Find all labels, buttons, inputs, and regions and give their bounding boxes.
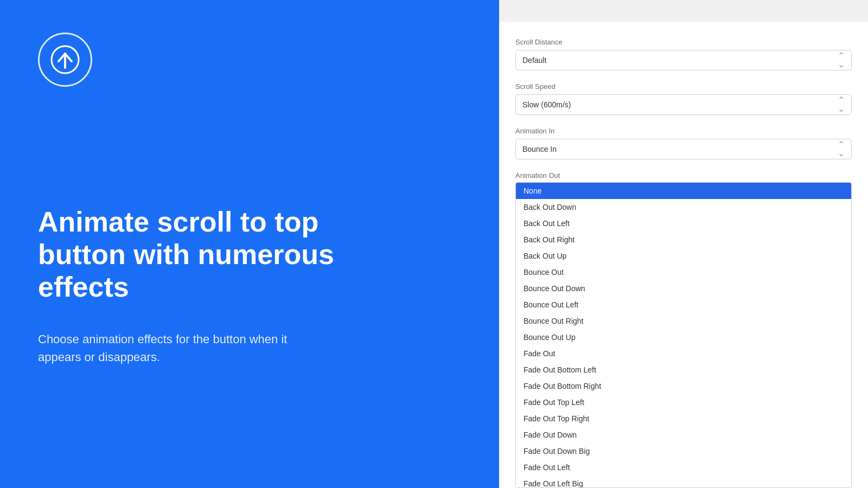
list-item[interactable]: Back Out Down: [516, 199, 851, 215]
list-item[interactable]: Bounce Out Down: [516, 280, 851, 297]
right-panel: Scroll Distance Default 200px 400px 600p…: [499, 0, 868, 488]
logo: [38, 33, 92, 87]
animation-out-list[interactable]: NoneBack Out DownBack Out LeftBack Out R…: [515, 182, 852, 488]
scroll-speed-select[interactable]: Slow (600m/s) Normal (400m/s) Fast (200m…: [516, 95, 851, 114]
logo-icon: [50, 45, 80, 74]
animation-in-select-wrapper[interactable]: None Bounce In Fade In Slide In ⌃⌄: [515, 139, 852, 159]
list-item[interactable]: Bounce Out: [516, 264, 851, 280]
list-item[interactable]: Fade Out Bottom Left: [516, 362, 851, 378]
list-item[interactable]: Bounce Out Left: [516, 297, 851, 313]
list-item[interactable]: Back Out Right: [516, 232, 851, 248]
scroll-speed-label: Scroll Speed: [515, 82, 852, 91]
list-item[interactable]: Bounce Out Right: [516, 313, 851, 329]
scroll-distance-group: Scroll Distance Default 200px 400px 600p…: [515, 38, 852, 70]
animation-out-label: Animation Out: [515, 171, 852, 179]
scroll-speed-group: Scroll Speed Slow (600m/s) Normal (400m/…: [515, 82, 852, 115]
list-item[interactable]: Bounce Out Up: [516, 329, 851, 345]
list-item[interactable]: Fade Out Bottom Right: [516, 378, 851, 394]
list-item[interactable]: Fade Out: [516, 345, 851, 362]
animation-in-select[interactable]: None Bounce In Fade In Slide In: [516, 139, 851, 159]
animation-in-label: Animation In: [515, 127, 852, 135]
hero-title: Animate scroll to top button with numero…: [38, 206, 353, 303]
list-item[interactable]: Fade Out Left: [516, 459, 851, 476]
animation-out-section: Animation Out NoneBack Out DownBack Out …: [515, 171, 852, 488]
settings-container: Scroll Distance Default 200px 400px 600p…: [499, 22, 868, 488]
list-item[interactable]: Fade Out Top Left: [516, 394, 851, 410]
scroll-distance-label: Scroll Distance: [515, 38, 852, 46]
list-item[interactable]: Fade Out Down: [516, 427, 851, 443]
animation-in-group: Animation In None Bounce In Fade In Slid…: [515, 127, 852, 159]
list-item[interactable]: Fade Out Top Right: [516, 410, 851, 427]
list-item[interactable]: Back Out Left: [516, 215, 851, 232]
left-panel: Animate scroll to top button with numero…: [0, 0, 499, 488]
list-item[interactable]: Fade Out Down Big: [516, 443, 851, 459]
scroll-distance-select-wrapper[interactable]: Default 200px 400px 600px 800px ⌃⌄: [515, 50, 852, 70]
list-item[interactable]: Fade Out Left Big: [516, 476, 851, 488]
list-item[interactable]: Back Out Up: [516, 248, 851, 264]
list-item[interactable]: None: [516, 183, 851, 199]
scroll-distance-select[interactable]: Default 200px 400px 600px 800px: [516, 50, 851, 70]
scroll-speed-select-wrapper[interactable]: Slow (600m/s) Normal (400m/s) Fast (200m…: [515, 94, 852, 115]
hero-subtitle: Choose animation effects for the button …: [38, 330, 331, 366]
